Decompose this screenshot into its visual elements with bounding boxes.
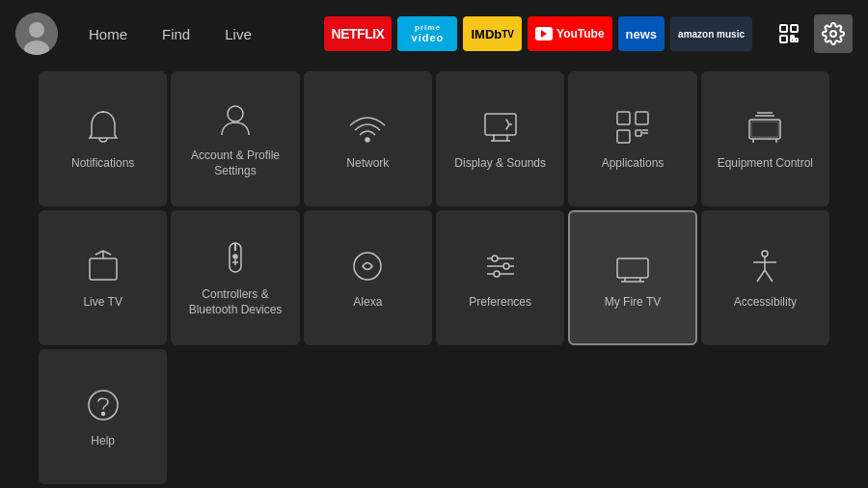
svg-rect-24 xyxy=(751,122,778,137)
empty-cell-2 xyxy=(304,349,432,484)
grid-item-equipment-control[interactable]: Equipment Control xyxy=(701,71,829,206)
svg-point-43 xyxy=(503,263,509,269)
svg-point-11 xyxy=(228,106,243,122)
nav-live[interactable]: Live xyxy=(209,20,267,48)
svg-rect-7 xyxy=(795,39,798,41)
svg-rect-3 xyxy=(780,25,787,32)
svg-point-38 xyxy=(354,253,381,280)
imdb-logo[interactable]: IMDbTV xyxy=(463,16,522,51)
grid-item-accessibility[interactable]: Accessibility xyxy=(701,210,829,345)
svg-rect-20 xyxy=(636,130,641,136)
svg-point-55 xyxy=(101,413,104,416)
svg-point-1 xyxy=(29,22,44,38)
news-logo[interactable]: news xyxy=(618,16,665,51)
grid-item-alexa[interactable]: Alexa xyxy=(304,210,432,345)
amazon-music-logo[interactable]: amazon music xyxy=(670,16,752,51)
preferences-label: Preferences xyxy=(469,295,531,311)
svg-point-44 xyxy=(494,271,500,277)
grid-item-applications[interactable]: Applications xyxy=(568,71,696,206)
svg-rect-5 xyxy=(780,36,787,42)
grid-item-live-tv[interactable]: Live TV xyxy=(39,210,167,345)
nav-icons xyxy=(770,14,853,53)
svg-point-35 xyxy=(233,255,237,258)
svg-rect-45 xyxy=(617,258,648,278)
help-label: Help xyxy=(91,434,115,449)
svg-rect-4 xyxy=(791,25,798,32)
svg-point-42 xyxy=(492,256,498,261)
grid-item-notifications[interactable]: Notifications xyxy=(39,71,167,206)
avatar[interactable] xyxy=(15,13,58,55)
notifications-label: Notifications xyxy=(71,156,134,172)
empty-cell-1 xyxy=(171,349,299,484)
nav-home[interactable]: Home xyxy=(73,20,143,48)
svg-point-9 xyxy=(830,31,836,37)
grid-item-account[interactable]: Account & Profile Settings xyxy=(171,71,299,206)
grid-item-help[interactable]: Help xyxy=(39,349,167,484)
nav-links: Home Find Live xyxy=(73,20,267,48)
svg-line-52 xyxy=(757,270,765,282)
svg-line-30 xyxy=(95,251,103,255)
svg-point-49 xyxy=(762,251,768,257)
apps-grid-icon[interactable] xyxy=(770,14,808,53)
live-tv-label: Live TV xyxy=(83,295,122,311)
youtube-logo[interactable]: YouTube xyxy=(528,16,612,51)
nav-find[interactable]: Find xyxy=(147,20,205,48)
top-nav: Home Find Live NETFLIX prime video IMDbT… xyxy=(0,0,868,68)
empty-cell-3 xyxy=(436,349,564,484)
svg-point-12 xyxy=(366,138,369,142)
controllers-label: Controllers & Bluetooth Devices xyxy=(180,287,289,317)
svg-rect-18 xyxy=(636,112,648,124)
svg-rect-6 xyxy=(791,39,794,41)
accessibility-label: Accessibility xyxy=(734,295,797,311)
prime-logo[interactable]: prime video xyxy=(397,16,457,51)
svg-rect-8 xyxy=(791,36,794,38)
grid-item-display-sounds[interactable]: Display & Sounds xyxy=(436,71,564,206)
grid-item-controllers[interactable]: Controllers & Bluetooth Devices xyxy=(171,210,299,345)
grid-item-my-fire-tv[interactable]: My Fire TV xyxy=(568,210,696,345)
svg-rect-17 xyxy=(617,112,630,124)
svg-line-53 xyxy=(765,270,773,282)
settings-gear-icon[interactable] xyxy=(814,14,853,53)
display-sounds-label: Display & Sounds xyxy=(454,156,546,172)
grid-item-preferences[interactable]: Preferences xyxy=(436,210,564,345)
settings-grid: Notifications Account & Profile Settings… xyxy=(0,68,868,488)
my-fire-tv-label: My Fire TV xyxy=(605,295,661,311)
svg-line-31 xyxy=(103,251,111,255)
network-label: Network xyxy=(346,156,389,172)
grid-item-network[interactable]: Network xyxy=(304,71,432,206)
streaming-logos: NETFLIX prime video IMDbTV YouTube news … xyxy=(324,16,752,51)
account-label: Account & Profile Settings xyxy=(180,149,289,178)
svg-rect-19 xyxy=(617,130,630,143)
alexa-label: Alexa xyxy=(353,295,382,311)
svg-rect-23 xyxy=(749,120,780,139)
netflix-logo[interactable]: NETFLIX xyxy=(324,16,393,51)
equipment-control-label: Equipment Control xyxy=(718,156,813,172)
applications-label: Applications xyxy=(602,156,665,172)
svg-rect-32 xyxy=(90,258,117,280)
